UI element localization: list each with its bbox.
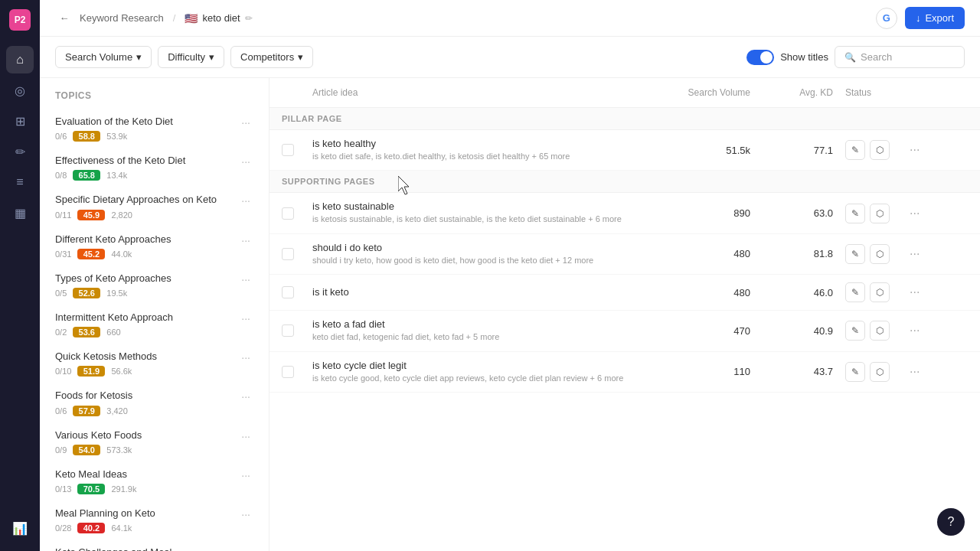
article-title: is keto a fad diet xyxy=(312,318,649,330)
topic-meta: 0/6 58.8 53.9k xyxy=(55,131,238,142)
row-more-btn[interactable]: ··· xyxy=(906,247,923,261)
link-action-btn[interactable]: ⬡ xyxy=(870,362,890,382)
show-titles-toggle[interactable]: Show titles xyxy=(746,50,828,65)
export-button[interactable]: ↓ Export xyxy=(905,7,965,29)
row-more-btn[interactable]: ··· xyxy=(906,365,923,379)
toggle-switch[interactable] xyxy=(746,50,774,65)
topic-more-btn[interactable]: ··· xyxy=(238,468,253,483)
row-checkbox[interactable] xyxy=(282,144,294,156)
search-box[interactable]: 🔍 Search xyxy=(835,46,965,68)
nav-home[interactable]: ⌂ xyxy=(6,46,34,73)
show-titles-label: Show titles xyxy=(780,51,828,63)
topic-more-btn[interactable]: ··· xyxy=(238,233,253,248)
row-checkbox[interactable] xyxy=(282,207,294,220)
topic-more-btn[interactable]: ··· xyxy=(238,350,253,365)
competitors-filter[interactable]: Competitors ▾ xyxy=(230,46,313,68)
edit-action-btn[interactable]: ✎ xyxy=(845,140,865,160)
score-badge: 54.0 xyxy=(73,445,100,455)
topic-more-btn[interactable]: ··· xyxy=(238,115,253,130)
topic-content: Meal Planning on Keto 0/28 40.2 64.1k xyxy=(55,507,238,533)
topic-more-btn[interactable]: ··· xyxy=(238,389,253,404)
nav-edit[interactable]: ✏ xyxy=(6,138,34,165)
table-row: is keto cycle diet legit is keto cycle g… xyxy=(270,352,980,393)
row-more-btn[interactable]: ··· xyxy=(906,285,923,299)
row-checkbox[interactable] xyxy=(282,366,294,378)
topic-more-btn[interactable]: ··· xyxy=(238,429,253,444)
topic-pages: 0/5 xyxy=(55,289,67,298)
topic-item[interactable]: Specific Dietary Approaches on Keto 0/11… xyxy=(40,187,269,226)
topic-item[interactable]: Foods for Ketosis 0/6 57.9 3,420 ··· xyxy=(40,383,269,422)
topic-more-btn[interactable]: ··· xyxy=(238,193,253,208)
row-checkbox[interactable] xyxy=(282,286,294,298)
row-checkbox-cell xyxy=(282,324,312,337)
keyword-name: keto diet xyxy=(202,12,240,24)
help-button[interactable]: ? xyxy=(937,508,965,536)
topic-content: Foods for Ketosis 0/6 57.9 3,420 xyxy=(55,389,238,416)
nav-list[interactable]: ≡ xyxy=(6,168,34,196)
row-checkbox[interactable] xyxy=(282,248,294,260)
edit-action-btn[interactable]: ✎ xyxy=(845,204,865,223)
nav-compass[interactable]: ◎ xyxy=(6,77,34,104)
topic-item[interactable]: Meal Planning on Keto 0/28 40.2 64.1k ··… xyxy=(40,500,269,540)
row-actions: ✎ ⬡ xyxy=(845,140,906,160)
difficulty-label: Difficulty xyxy=(168,51,205,63)
topic-more-btn[interactable]: ··· xyxy=(238,154,253,169)
topic-item[interactable]: Keto Challenges and Meal... 0/7 48.3 12.… xyxy=(40,540,269,551)
back-button[interactable]: ← xyxy=(55,9,74,28)
app-logo[interactable]: P2 xyxy=(9,9,31,31)
supporting-rows: is keto sustainable is ketosis sustainab… xyxy=(270,193,980,393)
col-search-volume: Search Volume xyxy=(662,87,769,98)
topic-item[interactable]: Various Keto Foods 0/9 54.0 573.3k ··· xyxy=(40,422,269,461)
topic-more-btn[interactable]: ··· xyxy=(238,507,253,522)
difficulty-filter[interactable]: Difficulty ▾ xyxy=(158,46,224,68)
edit-action-btn[interactable]: ✎ xyxy=(845,244,865,264)
edit-action-btn[interactable]: ✎ xyxy=(845,282,865,302)
search-volume-filter[interactable]: Search Volume ▾ xyxy=(55,46,152,68)
nav-grid2[interactable]: ▦ xyxy=(6,199,34,227)
topic-volume: 2,820 xyxy=(111,210,132,220)
edit-keyword-icon[interactable]: ✏ xyxy=(245,13,253,24)
topic-more-btn[interactable]: ··· xyxy=(238,546,253,551)
edit-action-btn[interactable]: ✎ xyxy=(845,321,865,341)
row-more-btn[interactable]: ··· xyxy=(906,143,923,157)
topic-name: Keto Meal Ideas xyxy=(55,468,238,481)
link-action-btn[interactable]: ⬡ xyxy=(870,282,890,302)
row-more-btn[interactable]: ··· xyxy=(906,207,923,220)
row-actions: ✎ ⬡ xyxy=(845,244,906,264)
topic-item[interactable]: Types of Keto Approaches 0/5 52.6 19.5k … xyxy=(40,266,269,305)
breadcrumb-link[interactable]: Keyword Research xyxy=(80,12,164,24)
topic-more-btn[interactable]: ··· xyxy=(238,272,253,287)
topic-item[interactable]: Intermittent Keto Approach 0/2 53.6 660 … xyxy=(40,305,269,344)
topic-item[interactable]: Different Keto Approaches 0/31 45.2 44.0… xyxy=(40,227,269,266)
row-actions: ✎ ⬡ xyxy=(845,204,906,223)
row-checkbox-cell xyxy=(282,248,312,260)
row-more-btn[interactable]: ··· xyxy=(906,324,923,337)
avg-kd-cell: 46.0 xyxy=(769,287,845,298)
search-volume-cell: 470 xyxy=(662,325,769,337)
link-action-btn[interactable]: ⬡ xyxy=(870,321,890,341)
topic-item[interactable]: Evaluation of the Keto Diet 0/6 58.8 53.… xyxy=(40,109,269,148)
topic-item[interactable]: Effectiveness of the Keto Diet 0/8 65.8 … xyxy=(40,148,269,187)
topic-item[interactable]: Keto Meal Ideas 0/13 70.5 291.9k ··· xyxy=(40,461,269,500)
article-title: is it keto xyxy=(312,286,649,298)
topic-content: Different Keto Approaches 0/31 45.2 44.0… xyxy=(55,233,238,259)
search-volume-cell: 890 xyxy=(662,207,769,219)
topic-content: Types of Keto Approaches 0/5 52.6 19.5k xyxy=(55,272,238,298)
topic-content: Keto Challenges and Meal... 0/7 48.3 12.… xyxy=(55,546,238,551)
link-action-btn[interactable]: ⬡ xyxy=(870,140,890,160)
topic-pages: 0/2 xyxy=(55,328,67,337)
topic-name: Keto Challenges and Meal... xyxy=(55,546,238,551)
edit-action-btn[interactable]: ✎ xyxy=(845,362,865,382)
row-checkbox-cell xyxy=(282,286,312,298)
google-button[interactable]: G xyxy=(876,8,897,29)
topic-more-btn[interactable]: ··· xyxy=(238,311,253,326)
topic-item[interactable]: Quick Ketosis Methods 0/10 51.9 56.6k ··… xyxy=(40,344,269,383)
nav-grid[interactable]: ⊞ xyxy=(6,107,34,135)
nav-chart[interactable]: 📊 xyxy=(6,514,34,542)
link-action-btn[interactable]: ⬡ xyxy=(870,244,890,264)
topic-name: Intermittent Keto Approach xyxy=(55,311,238,324)
link-action-btn[interactable]: ⬡ xyxy=(870,204,890,223)
row-actions: ✎ ⬡ xyxy=(845,321,906,341)
search-volume-label: Search Volume xyxy=(65,51,132,63)
row-checkbox[interactable] xyxy=(282,324,294,337)
